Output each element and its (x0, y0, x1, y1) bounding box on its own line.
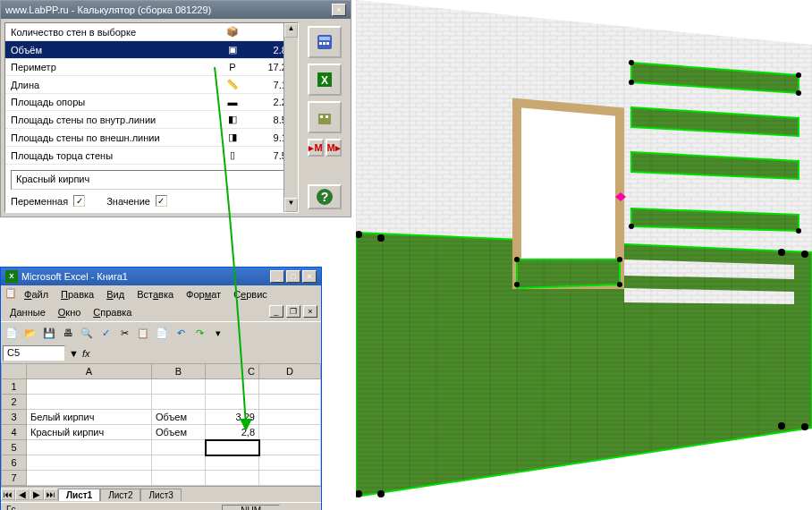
calc-row-6[interactable]: Площадь стены по внешн.линии◨9.19 (5, 129, 298, 147)
excel-menubar[interactable]: 📋 Файл Правка Вид Вставка Формат Сервис (1, 285, 321, 303)
scrollbar-vertical[interactable]: ▲ ▼ (283, 23, 298, 212)
new-icon[interactable]: 📄 (3, 324, 21, 342)
calc-row-0[interactable]: Количество стен в выборке📦2 (5, 23, 298, 41)
cell[interactable] (206, 471, 259, 486)
close-icon[interactable]: × (332, 4, 346, 16)
variable-checkbox[interactable]: ✓ (73, 195, 85, 207)
col-header-c[interactable]: C (206, 364, 259, 379)
col-header-b[interactable]: B (152, 364, 206, 379)
cell[interactable] (27, 471, 152, 486)
excel-export-button[interactable]: X (308, 64, 342, 96)
menu-help[interactable]: Справка (88, 305, 137, 319)
row-header[interactable]: 5 (2, 440, 27, 455)
cell[interactable]: Белый кирпич (27, 410, 152, 425)
calc-row-4[interactable]: Площадь опоры▬2.21 (5, 94, 298, 111)
menu-insert[interactable]: Вставка (131, 287, 179, 302)
cell[interactable] (27, 395, 152, 410)
save-icon[interactable]: 💾 (40, 324, 58, 342)
row-header[interactable]: 7 (2, 471, 27, 486)
cell[interactable] (27, 379, 152, 395)
cell[interactable] (152, 379, 206, 395)
sheet-tab-Лист1[interactable]: Лист1 (58, 489, 100, 501)
preview-icon[interactable]: 🔍 (78, 324, 96, 342)
cell[interactable] (206, 395, 259, 410)
open-icon[interactable]: 📂 (21, 324, 39, 342)
copy-icon[interactable]: 📋 (134, 324, 152, 342)
tab-next-icon[interactable]: ▶ (30, 489, 44, 500)
menu-window[interactable]: Окно (53, 305, 87, 319)
spell-icon[interactable]: ✓ (97, 324, 114, 342)
sheet-tab-Лист2[interactable]: Лист2 (100, 489, 140, 501)
cell[interactable] (259, 425, 321, 440)
cell[interactable] (152, 395, 206, 410)
col-header-a[interactable]: A (27, 364, 152, 379)
calc-row-5[interactable]: Площадь стены по внутр.линии◧8.55 (5, 111, 298, 129)
row-header[interactable]: 3 (2, 410, 27, 425)
cell[interactable] (259, 395, 321, 410)
cell[interactable] (27, 455, 152, 471)
paste-icon[interactable]: 📄 (153, 324, 171, 342)
undo-icon[interactable]: ↶ (172, 324, 190, 342)
cell[interactable] (152, 471, 206, 486)
dropdown-icon[interactable]: ▼ (69, 348, 79, 359)
cell[interactable] (27, 440, 152, 455)
cell[interactable] (206, 455, 259, 471)
name-box[interactable]: C5 (3, 345, 65, 361)
doc-minimize-icon[interactable]: _ (269, 305, 283, 318)
doc-restore-icon[interactable]: ❐ (286, 305, 300, 318)
calculator-titlebar[interactable]: www.LabPP.ru - Калькулятор (сборка 08122… (1, 1, 351, 19)
cell[interactable]: 2,8 (206, 425, 259, 440)
sheet-tab-Лист3[interactable]: Лист3 (140, 489, 181, 501)
calc-row-3[interactable]: Длина📏7.14 (5, 76, 298, 94)
calc-row-1[interactable]: Объём▣2.80 (5, 41, 298, 59)
cell[interactable]: Объем (152, 410, 206, 425)
calc-row-7[interactable]: Площадь торца стены▯7.57 (5, 147, 298, 165)
cell[interactable] (259, 471, 321, 486)
archicad-3d-viewport[interactable] (356, 0, 812, 510)
menu-format[interactable]: Формат (181, 287, 226, 302)
menu-edit[interactable]: Правка (55, 287, 99, 302)
calculator-icon-button[interactable] (308, 26, 342, 58)
row-header[interactable]: 1 (2, 379, 27, 395)
print-icon[interactable]: 🖶 (59, 324, 77, 342)
row-header[interactable]: 2 (2, 395, 27, 410)
cell[interactable] (259, 440, 321, 455)
redo-icon[interactable]: ↷ (190, 324, 208, 342)
row-header[interactable]: 6 (2, 455, 27, 471)
excel-titlebar[interactable]: X Microsoft Excel - Книга1 _ □ × (1, 268, 321, 285)
m-green-button[interactable]: M▸ (326, 139, 342, 157)
spreadsheet-grid[interactable]: A B C D 1 2 3 Белый кирпич Объем 3,29 4 … (1, 363, 321, 486)
material-input[interactable]: Красный кирпич (11, 170, 292, 190)
tab-prev-icon[interactable]: ◀ (15, 489, 30, 500)
cell[interactable] (259, 410, 321, 425)
tab-last-icon[interactable]: ⏭ (44, 489, 58, 500)
close-icon[interactable]: × (302, 270, 317, 283)
cut-icon[interactable]: ✂ (115, 324, 133, 342)
menu-view[interactable]: Вид (101, 287, 130, 302)
cell[interactable] (152, 455, 206, 471)
minimize-icon[interactable]: _ (270, 270, 284, 283)
calc-row-2[interactable]: ПериметрP17.29 (5, 59, 298, 76)
cell[interactable] (206, 440, 259, 455)
cell[interactable]: Красный кирпич (27, 425, 152, 440)
cell[interactable] (259, 455, 321, 471)
col-header-d[interactable]: D (259, 364, 321, 379)
menu-file[interactable]: Файл (19, 287, 54, 302)
help-button[interactable]: ? (308, 184, 342, 209)
fx-icon[interactable]: fx (82, 348, 90, 359)
maximize-icon[interactable]: □ (286, 270, 300, 283)
cell[interactable] (152, 440, 206, 455)
building-icon-button[interactable] (308, 101, 342, 133)
cell[interactable]: Объем (152, 425, 206, 440)
cell[interactable] (206, 379, 259, 395)
value-checkbox[interactable]: ✓ (156, 195, 167, 207)
menu-tools[interactable]: Сервис (228, 287, 273, 302)
menu-data[interactable]: Данные (4, 305, 51, 319)
doc-close-icon[interactable]: × (303, 305, 317, 318)
row-header[interactable]: 4 (2, 425, 27, 440)
more-icon[interactable]: ▾ (209, 324, 227, 342)
cell[interactable]: 3,29 (206, 410, 259, 425)
m-red-button[interactable]: ▸M (308, 139, 324, 157)
cell[interactable] (259, 379, 321, 395)
tab-first-icon[interactable]: ⏮ (1, 489, 15, 500)
